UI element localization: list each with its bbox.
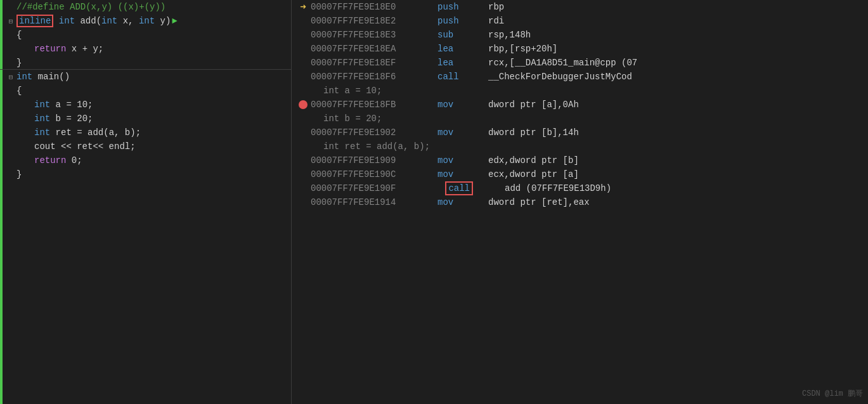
op-r2: sub (437, 30, 488, 40)
int-kw-a: int (34, 100, 50, 110)
addr-r14: 00007FF7FE9E1914 (311, 197, 437, 207)
op-r5: call (437, 72, 488, 82)
var-a: a = 10; (50, 100, 93, 110)
code-line-10: int ret = add(a, b); (0, 126, 291, 140)
arrow-col-r0: ➜ (295, 1, 311, 13)
addr-r1: 00007FF7FE9E18E2 (311, 16, 437, 26)
asm-line-r8: int b = 20; (292, 112, 868, 126)
asm-line-r6: int a = 10; (292, 84, 868, 98)
code-line-4: return x + y; (0, 42, 291, 56)
code-line-11: cout << ret<< endl; (0, 140, 291, 153)
asm-line-r7: 00007FF7FE9E18FB mov dword ptr [a],0Ah (292, 98, 868, 112)
asm-line-r12: 00007FF7FE9E190C mov ecx,dword ptr [a] (292, 167, 868, 181)
add-decl: int add(int x, int y) (53, 16, 171, 26)
op-r4: lea (437, 58, 488, 68)
op-r7: mov (437, 100, 488, 110)
operand-r4: rcx,[__DA1A8D51_main@cpp (07 (488, 58, 637, 68)
return-kw-2: return (34, 155, 66, 166)
call-op-highlighted: call (445, 181, 473, 195)
main-decl: main() (32, 72, 70, 82)
arrow-col-r7 (295, 100, 311, 109)
arrow-icon: ➜ (300, 1, 306, 13)
asm-line-r10: int ret = add(a, b); (292, 140, 868, 153)
operand-r0: rbp (488, 2, 504, 12)
op-r1: push (437, 16, 488, 26)
operand-r13: add (07FF7FE9E13D9h) (505, 183, 611, 193)
asm-line-r9: 00007FF7FE9E1902 mov dword ptr [b],14h (292, 126, 868, 140)
var-b: b = 20; (50, 114, 93, 124)
asm-line-r1: 00007FF7FE9E18E2 push rdi (292, 14, 868, 28)
comment-text: //#define ADD(x,y) ((x)+(y)) (16, 2, 165, 12)
addr-r13: 00007FF7FE9E190F (311, 183, 437, 193)
addr-r11: 00007FF7FE9E1909 (311, 155, 437, 166)
brace-close-1: } (16, 58, 22, 68)
source-r8: int b = 20; (323, 114, 382, 124)
code-line-8: int a = 10; (0, 98, 291, 112)
gutter-2: ⊟ (5, 17, 16, 25)
cout-stmt: cout << ret<< endl; (34, 141, 136, 152)
int-kw-main: int (16, 72, 32, 82)
code-line-2: ⊟ inline int add(int x, int y) ► (0, 14, 291, 28)
return-0: 0; (66, 155, 82, 166)
asm-line-r11: 00007FF7FE9E1909 mov edx,dword ptr [b] (292, 153, 868, 167)
code-line-12: return 0; (0, 153, 291, 167)
op-r12: mov (437, 169, 488, 179)
code-line-5: } (0, 56, 291, 70)
operand-r14: dword ptr [ret],eax (488, 197, 590, 207)
operand-r12: ecx,dword ptr [a] (488, 169, 579, 179)
op-r0: push (437, 2, 488, 12)
code-line-3: { (0, 28, 291, 42)
asm-line-r4: 00007FF7FE9E18EF lea rcx,[__DA1A8D51_mai… (292, 56, 868, 70)
int-kw-b: int (34, 114, 50, 124)
asm-line-r14: 00007FF7FE9E1914 mov dword ptr [ret],eax (292, 195, 868, 209)
asm-line-r13: 00007FF7FE9E190F call add (07FF7FE9E13D9… (292, 181, 868, 195)
op-r14: mov (437, 197, 488, 207)
int-kw-ret: int (34, 127, 50, 138)
op-r3: lea (437, 44, 488, 54)
code-line-9: int b = 20; (0, 112, 291, 126)
brace-close-2: } (16, 169, 22, 179)
addr-r0: 00007FF7FE9E18E0 (311, 2, 437, 12)
brace-open-2: { (16, 86, 22, 96)
addr-r3: 00007FF7FE9E18EA (311, 44, 437, 54)
addr-r5: 00007FF7FE9E18F6 (311, 72, 437, 82)
asm-line-r0: ➜ 00007FF7FE9E18E0 push rbp (292, 0, 868, 14)
addr-r2: 00007FF7FE9E18E3 (311, 30, 437, 40)
op-r11: mov (437, 155, 488, 166)
source-panel: //#define ADD(x,y) ((x)+(y)) ⊟ inline in… (0, 0, 292, 404)
code-line-1: //#define ADD(x,y) ((x)+(y)) (0, 0, 291, 14)
op-r13-spacer (437, 183, 443, 193)
source-r6: int a = 10; (323, 86, 382, 96)
bookmark-icon: ► (172, 16, 177, 26)
code-line-6: ⊟ int main() (0, 70, 291, 84)
return-expr: x + y; (66, 44, 103, 54)
addr-r9: 00007FF7FE9E1902 (311, 127, 437, 138)
operand-r7: dword ptr [a],0Ah (488, 100, 579, 110)
operand-r11: edx,dword ptr [b] (488, 155, 579, 166)
code-line-7: { (0, 84, 291, 98)
breakpoint-r7 (299, 100, 308, 109)
addr-r12: 00007FF7FE9E190C (311, 169, 437, 179)
asm-line-r2: 00007FF7FE9E18E3 sub rsp,148h (292, 28, 868, 42)
operand-r3: rbp,[rsp+20h] (488, 44, 557, 54)
disassembly-panel: ➜ 00007FF7FE9E18E0 push rbp 00007FF7FE9E… (292, 0, 868, 404)
operand-r5: __CheckForDebuggerJustMyCod (488, 72, 632, 82)
source-r10: int ret = add(a, b); (323, 141, 430, 152)
watermark: CSDN @lim 鹏哥 (802, 388, 863, 399)
asm-line-r3: 00007FF7FE9E18EA lea rbp,[rsp+20h] (292, 42, 868, 56)
var-ret: ret = add(a, b); (50, 127, 141, 138)
inline-keyword: inline (16, 15, 53, 27)
code-line-13: } (0, 167, 291, 181)
operand-r9: dword ptr [b],14h (488, 127, 579, 138)
return-kw-1: return (34, 44, 66, 54)
addr-r7: 00007FF7FE9E18FB (311, 100, 437, 110)
operand-r1: rdi (488, 16, 504, 26)
operand-r2: rsp,148h (488, 30, 531, 40)
op-r9: mov (437, 127, 488, 138)
collapse-icon[interactable]: ⊟ (9, 17, 13, 25)
addr-r4: 00007FF7FE9E18EF (311, 58, 437, 68)
collapse-icon-main[interactable]: ⊟ (9, 73, 13, 81)
gutter-6: ⊟ (5, 73, 16, 81)
brace-open-1: { (16, 30, 22, 40)
asm-line-r5: 00007FF7FE9E18F6 call __CheckForDebugger… (292, 70, 868, 84)
